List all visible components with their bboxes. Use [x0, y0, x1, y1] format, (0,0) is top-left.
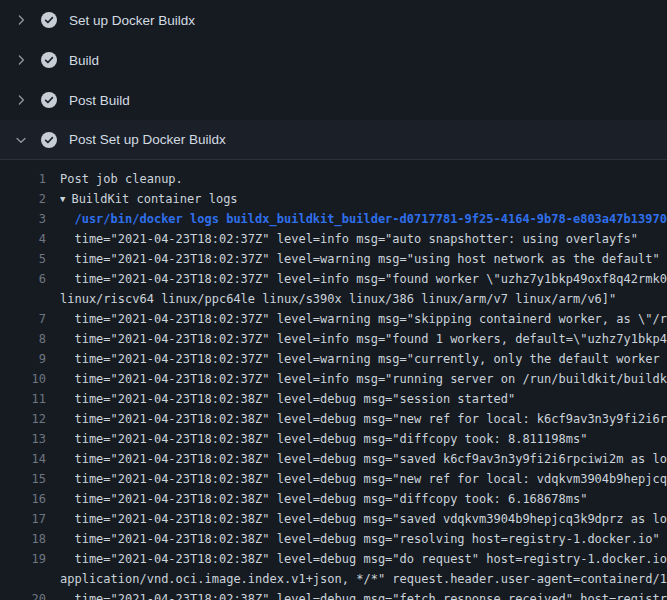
log-text: application/vnd.oci.image.index.v1+json,… — [60, 569, 667, 589]
log-line: 4 time="2021-04-23T18:02:37Z" level=info… — [0, 229, 667, 249]
log-line: 17 time="2021-04-23T18:02:38Z" level=deb… — [0, 509, 667, 529]
log-line[interactable]: 2▼BuildKit container logs — [0, 189, 667, 209]
log-line-continuation: linux/riscv64 linux/ppc64le linux/s390x … — [0, 289, 667, 309]
step-header-build[interactable]: Build — [0, 40, 667, 80]
check-circle-icon — [41, 92, 57, 108]
line-number[interactable]: 9 — [0, 349, 60, 369]
log-text: time="2021-04-23T18:02:38Z" level=debug … — [60, 429, 667, 449]
step-label: Set up Docker Buildx — [69, 13, 195, 28]
log-line: 12 time="2021-04-23T18:02:38Z" level=deb… — [0, 409, 667, 429]
line-number — [0, 569, 60, 589]
group-toggle-icon[interactable]: ▼ — [60, 189, 65, 209]
log-text: time="2021-04-23T18:02:37Z" level=warnin… — [60, 249, 667, 269]
log-line: 15 time="2021-04-23T18:02:38Z" level=deb… — [0, 469, 667, 489]
line-number[interactable]: 2 — [0, 189, 60, 209]
log-line: 13 time="2021-04-23T18:02:38Z" level=deb… — [0, 429, 667, 449]
log-line: 5 time="2021-04-23T18:02:37Z" level=warn… — [0, 249, 667, 269]
log-text: time="2021-04-23T18:02:37Z" level=info m… — [60, 229, 667, 249]
log-text: time="2021-04-23T18:02:37Z" level=info m… — [60, 369, 667, 389]
log-text: time="2021-04-23T18:02:37Z" level=warnin… — [60, 349, 667, 369]
line-number[interactable]: 18 — [0, 529, 60, 549]
step-label: Post Build — [69, 93, 130, 108]
chevron-right-icon — [12, 53, 30, 67]
log-line: 16 time="2021-04-23T18:02:38Z" level=deb… — [0, 489, 667, 509]
step-list: Set up Docker BuildxBuildPost BuildPost … — [0, 0, 667, 160]
line-number[interactable]: 8 — [0, 329, 60, 349]
log-text: time="2021-04-23T18:02:38Z" level=debug … — [60, 509, 667, 529]
line-number[interactable]: 7 — [0, 309, 60, 329]
log-line: 1Post job cleanup. — [0, 169, 667, 189]
line-number[interactable]: 4 — [0, 229, 60, 249]
check-circle-icon — [41, 12, 57, 28]
line-number — [0, 289, 60, 309]
line-number[interactable]: 15 — [0, 469, 60, 489]
log-text: time="2021-04-23T18:02:38Z" level=debug … — [60, 389, 667, 409]
line-number[interactable]: 20 — [0, 589, 60, 600]
line-number[interactable]: 13 — [0, 429, 60, 449]
line-number[interactable]: 17 — [0, 509, 60, 529]
log-line: 9 time="2021-04-23T18:02:37Z" level=warn… — [0, 349, 667, 369]
check-circle-icon — [41, 132, 57, 148]
log-text: time="2021-04-23T18:02:38Z" level=debug … — [60, 529, 667, 549]
step-header-post-build[interactable]: Post Build — [0, 80, 667, 120]
log-line: 19 time="2021-04-23T18:02:38Z" level=deb… — [0, 549, 667, 569]
log-text: time="2021-04-23T18:02:38Z" level=debug … — [60, 449, 667, 469]
line-number[interactable]: 6 — [0, 269, 60, 289]
line-number[interactable]: 5 — [0, 249, 60, 269]
step-label: Post Set up Docker Buildx — [69, 132, 226, 147]
log-text: linux/riscv64 linux/ppc64le linux/s390x … — [60, 289, 667, 309]
actions-log-viewer: Set up Docker BuildxBuildPost BuildPost … — [0, 0, 667, 600]
log-text: time="2021-04-23T18:02:37Z" level=warnin… — [60, 309, 667, 329]
step-label: Build — [69, 53, 99, 68]
line-number[interactable]: 10 — [0, 369, 60, 389]
log-line: 10 time="2021-04-23T18:02:37Z" level=inf… — [0, 369, 667, 389]
line-number[interactable]: 11 — [0, 389, 60, 409]
log-output: 1Post job cleanup.2▼BuildKit container l… — [0, 160, 667, 600]
step-header-post-set-up-docker-buildx[interactable]: Post Set up Docker Buildx — [0, 120, 667, 160]
log-line: 11 time="2021-04-23T18:02:38Z" level=deb… — [0, 389, 667, 409]
chevron-down-icon — [12, 133, 30, 147]
log-line: 20 time="2021-04-23T18:02:38Z" level=deb… — [0, 589, 667, 600]
log-text: time="2021-04-23T18:02:38Z" level=debug … — [60, 409, 667, 429]
log-text: time="2021-04-23T18:02:38Z" level=debug … — [60, 469, 667, 489]
log-line-continuation: application/vnd.oci.image.index.v1+json,… — [0, 569, 667, 589]
log-line: 7 time="2021-04-23T18:02:37Z" level=warn… — [0, 309, 667, 329]
command-text: /usr/bin/docker logs buildx_buildkit_bui… — [60, 209, 667, 229]
log-text: time="2021-04-23T18:02:37Z" level=info m… — [60, 269, 667, 289]
log-line: 6 time="2021-04-23T18:02:37Z" level=info… — [0, 269, 667, 289]
log-text: time="2021-04-23T18:02:38Z" level=debug … — [60, 549, 667, 569]
step-header-set-up-docker-buildx[interactable]: Set up Docker Buildx — [0, 0, 667, 40]
log-text: time="2021-04-23T18:02:38Z" level=debug … — [60, 589, 667, 600]
log-group-label: ▼BuildKit container logs — [60, 189, 667, 209]
log-text: time="2021-04-23T18:02:37Z" level=info m… — [60, 329, 667, 349]
log-line: 3 /usr/bin/docker logs buildx_buildkit_b… — [0, 209, 667, 229]
line-number[interactable]: 16 — [0, 489, 60, 509]
chevron-right-icon — [12, 13, 30, 27]
chevron-right-icon — [12, 93, 30, 107]
check-circle-icon — [41, 52, 57, 68]
log-line: 18 time="2021-04-23T18:02:38Z" level=deb… — [0, 529, 667, 549]
line-number[interactable]: 3 — [0, 209, 60, 229]
line-number[interactable]: 1 — [0, 169, 60, 189]
log-text: Post job cleanup. — [60, 169, 667, 189]
line-number[interactable]: 19 — [0, 549, 60, 569]
log-text: time="2021-04-23T18:02:38Z" level=debug … — [60, 489, 667, 509]
log-line: 8 time="2021-04-23T18:02:37Z" level=info… — [0, 329, 667, 349]
log-line: 14 time="2021-04-23T18:02:38Z" level=deb… — [0, 449, 667, 469]
line-number[interactable]: 14 — [0, 449, 60, 469]
line-number[interactable]: 12 — [0, 409, 60, 429]
